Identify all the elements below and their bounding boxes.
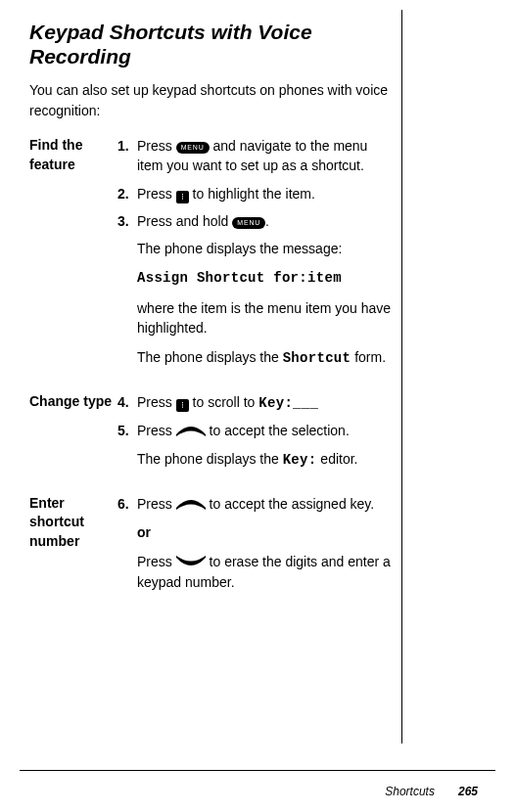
soft-left-key-icon bbox=[176, 553, 206, 572]
section-find-feature: Find the feature 1. Press MENU and navig… bbox=[29, 136, 392, 379]
step-1-before: Press bbox=[137, 138, 176, 154]
page-footer: Shortcuts265 bbox=[385, 785, 478, 798]
nav-key-icon: ⁝ bbox=[176, 399, 189, 412]
where-text: where the item is the menu item you have… bbox=[137, 298, 392, 338]
page: Keypad Shortcuts with Voice Recording Yo… bbox=[0, 0, 515, 812]
change-steps: 4. Press ⁝ to scroll to Key:___ 5. Press… bbox=[117, 392, 392, 480]
change-label: Change type bbox=[29, 392, 117, 412]
step-5-body: Press to accept the selection. bbox=[137, 421, 392, 441]
step-2-num: 2. bbox=[117, 184, 137, 203]
footer-section: Shortcuts bbox=[385, 785, 435, 798]
step-5-num: 5. bbox=[117, 421, 137, 440]
form-after: form. bbox=[351, 349, 386, 365]
step-4: 4. Press ⁝ to scroll to Key:___ bbox=[117, 392, 392, 413]
msg-line: The phone displays the message: bbox=[137, 239, 392, 258]
soft-right-key-icon bbox=[176, 495, 206, 515]
step-5-after: to accept the selection. bbox=[206, 423, 350, 438]
step-2: 2. Press ⁝ to highlight the item. bbox=[117, 184, 392, 203]
alt-line: Press to erase the digits and enter a ke… bbox=[137, 552, 392, 593]
step-4-num: 4. bbox=[117, 392, 137, 412]
assign-code: Assign Shortcut for:item bbox=[137, 268, 392, 288]
section-change-type: Change type 4. Press ⁝ to scroll to Key:… bbox=[29, 392, 392, 480]
step-2-before: Press bbox=[137, 186, 176, 202]
nav-key-icon: ⁝ bbox=[176, 191, 189, 203]
page-number: 265 bbox=[458, 785, 478, 798]
section-enter-shortcut: Enter shortcut number 6. Press to accept… bbox=[29, 494, 392, 603]
page-heading: Keypad Shortcuts with Voice Recording bbox=[29, 20, 392, 68]
content: Keypad Shortcuts with Voice Recording Yo… bbox=[29, 20, 392, 603]
find-label: Find the feature bbox=[29, 136, 117, 174]
step-3-body: Press and hold MENU. bbox=[137, 211, 392, 231]
form-before: The phone displays the bbox=[137, 349, 283, 365]
step-4-before: Press bbox=[137, 394, 176, 410]
vertical-separator bbox=[401, 10, 402, 744]
step-6-num: 6. bbox=[117, 494, 137, 514]
step-2-after: to highlight the item. bbox=[189, 186, 315, 202]
step-6: 6. Press to accept the assigned key. bbox=[117, 494, 392, 515]
step-3-before: Press and hold bbox=[137, 213, 232, 229]
step-6-before: Press bbox=[137, 496, 176, 512]
alt-before: Press bbox=[137, 554, 176, 569]
intro-text: You can also set up keypad shortcuts on … bbox=[29, 80, 392, 120]
step-2-body: Press ⁝ to highlight the item. bbox=[137, 184, 392, 203]
find-steps: 1. Press MENU and navigate to the menu i… bbox=[117, 136, 392, 379]
soft-right-key-icon bbox=[176, 422, 206, 441]
editor-line: The phone displays the Key: editor. bbox=[137, 449, 392, 470]
menu-key-icon: MENU bbox=[232, 217, 265, 229]
editor-code: Key: bbox=[283, 452, 317, 468]
step-5: 5. Press to accept the selection. bbox=[117, 421, 392, 441]
step-1: 1. Press MENU and navigate to the menu i… bbox=[117, 136, 392, 176]
step-6-body: Press to accept the assigned key. bbox=[137, 494, 392, 515]
step-4-body: Press ⁝ to scroll to Key:___ bbox=[137, 392, 392, 413]
step-5-before: Press bbox=[137, 423, 176, 438]
editor-before: The phone displays the bbox=[137, 451, 283, 467]
or-text: or bbox=[137, 522, 392, 542]
enter-label: Enter shortcut number bbox=[29, 494, 117, 552]
editor-after: editor. bbox=[316, 451, 357, 467]
step-6-after: to accept the assigned key. bbox=[206, 496, 375, 512]
step-1-body: Press MENU and navigate to the menu item… bbox=[137, 136, 392, 176]
form-code: Shortcut bbox=[283, 350, 351, 366]
menu-key-icon: MENU bbox=[176, 142, 210, 154]
step-3: 3. Press and hold MENU. bbox=[117, 211, 392, 231]
step-1-num: 1. bbox=[117, 136, 137, 156]
step-4-mid: to scroll to bbox=[189, 394, 259, 410]
step-4-code: Key:___ bbox=[258, 395, 318, 411]
enter-steps: 6. Press to accept the assigned key. or … bbox=[117, 494, 392, 603]
step-3-after: . bbox=[265, 213, 269, 229]
step-3-num: 3. bbox=[117, 211, 137, 231]
form-line: The phone displays the Shortcut form. bbox=[137, 347, 392, 368]
footer-rule bbox=[20, 770, 495, 771]
